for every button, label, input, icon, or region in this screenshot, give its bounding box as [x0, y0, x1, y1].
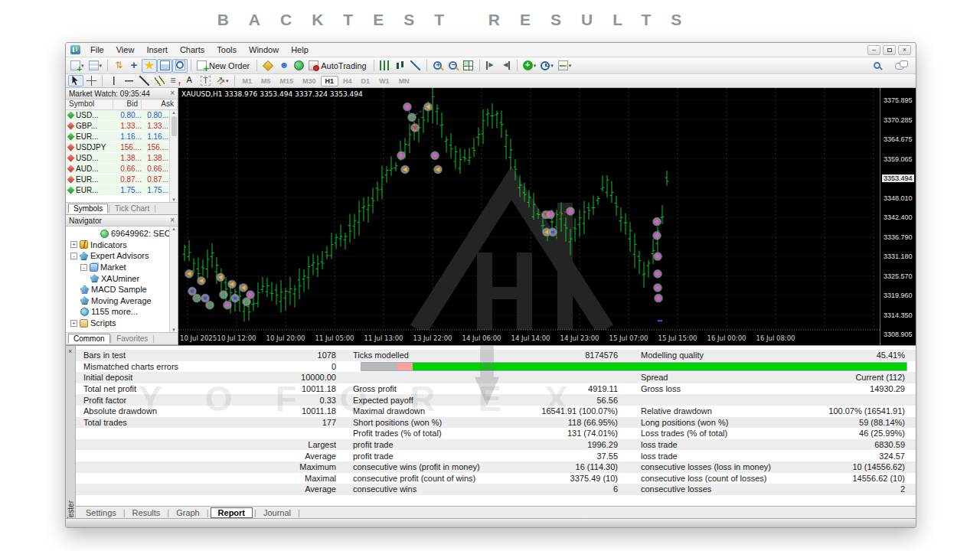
terminal-toggle[interactable] [157, 59, 172, 73]
market-watch-tab-symbols[interactable]: Symbols [68, 204, 108, 214]
auto-scroll-button[interactable] [483, 59, 498, 73]
menu-item-help[interactable]: Help [285, 45, 315, 54]
autotrading-button[interactable]: AutoTrading [306, 59, 371, 73]
navigator-item[interactable]: MACD Sample [66, 284, 178, 295]
tester-tab-journal[interactable]: Journal [258, 508, 296, 517]
chat-button[interactable] [892, 59, 907, 73]
navigator-item[interactable]: -Market [66, 262, 178, 273]
navigator-toggle[interactable] [142, 59, 157, 73]
market-watch-close-icon[interactable]: × [170, 90, 175, 97]
tester-tab-settings[interactable]: Settings [80, 508, 122, 517]
trade-marker [424, 103, 433, 111]
channel-tool[interactable] [152, 75, 167, 86]
profiles-button[interactable]: ▾ [87, 59, 105, 73]
chart-area[interactable]: 10 Jul 202510 Jul 12:0010 Jul 20:0011 Ju… [178, 88, 916, 345]
dropdown-caret-icon: ▾ [534, 63, 537, 69]
search-button[interactable] [869, 59, 884, 73]
menu-item-window[interactable]: Window [243, 45, 285, 54]
zoom-out-button[interactable] [446, 59, 461, 73]
navigator-item[interactable]: XAUminer [66, 272, 178, 284]
timeframe-h4[interactable]: H4 [338, 76, 357, 86]
navigator-item[interactable]: +Indicators [66, 240, 178, 251]
scroll-thumb[interactable] [172, 116, 177, 136]
scroll-up-icon[interactable]: ▲ [172, 227, 176, 231]
crosshair-tool[interactable] [83, 75, 99, 86]
vline-tool[interactable] [106, 75, 121, 86]
tester-tab-graph[interactable]: Graph [171, 508, 205, 517]
tester-tab-results[interactable]: Results [127, 508, 166, 517]
indicators-button[interactable]: ▾ [521, 59, 539, 73]
menu-item-view[interactable]: View [110, 45, 141, 54]
community-button[interactable] [276, 59, 291, 73]
navigator-item[interactable]: 1155 more... [66, 306, 178, 318]
navigator-close-icon[interactable]: × [170, 217, 175, 224]
periods-button[interactable]: ▾ [538, 59, 556, 73]
market-watch-row[interactable]: AUD...0.66...0.66... [66, 164, 178, 174]
expand-toggle-icon[interactable]: + [70, 320, 77, 327]
scroll-up-icon[interactable]: ▲ [172, 110, 176, 115]
data-window-button[interactable] [126, 59, 142, 73]
menu-item-insert[interactable]: Insert [140, 45, 174, 54]
market-watch-row[interactable]: EUR...1.75...1.75... [66, 185, 178, 196]
window-minimize-icon[interactable]: – [867, 45, 880, 55]
market-watch-row[interactable]: USDJPY156....156.... [66, 142, 178, 153]
fibonacci-tool[interactable] [167, 75, 182, 86]
timeframe-mn[interactable]: MN [394, 76, 414, 86]
market-watch-row[interactable]: USD...0.80...0.80... [66, 110, 178, 121]
timeframe-h1[interactable]: H1 [321, 76, 339, 86]
window-restore-icon[interactable] [883, 45, 896, 55]
market-watch-row[interactable]: GBP...1.33...1.33... [66, 121, 178, 132]
label-tool[interactable] [198, 75, 213, 86]
navigator-tab-common[interactable]: Common [68, 334, 110, 344]
candle-chart-button[interactable] [393, 59, 408, 73]
navigator-item[interactable]: Moving Average [66, 295, 178, 307]
line-chart-button[interactable] [408, 59, 423, 73]
navigator-scrollbar[interactable]: ▲ ▼ [169, 227, 178, 332]
price-tick: 3348.010 [884, 194, 913, 202]
market-watch-row[interactable]: EUR...1.16...1.16... [66, 132, 178, 142]
timeframe-m30[interactable]: M30 [298, 76, 321, 86]
menu-item-file[interactable]: File [84, 45, 110, 54]
market-watch-row[interactable]: EUR...0.87...0.87... [66, 174, 178, 185]
tester-tab-report[interactable]: Report [211, 507, 253, 518]
trendline-tool[interactable] [136, 75, 152, 86]
price-tick: 3342.400 [884, 214, 913, 221]
expand-toggle-icon[interactable]: - [70, 253, 77, 259]
trade-marker [654, 253, 662, 261]
timeframe-w1[interactable]: W1 [374, 76, 394, 86]
hline-tool[interactable] [121, 75, 136, 86]
expand-toggle-icon[interactable]: + [70, 241, 77, 248]
zoom-in-button[interactable] [430, 59, 446, 73]
menu-item-charts[interactable]: Charts [174, 45, 211, 54]
market-watch-scrollbar[interactable]: ▲ ▼ [169, 110, 178, 202]
templates-button[interactable]: ▾ [556, 59, 574, 73]
bar-chart-button[interactable] [377, 59, 393, 73]
strategy-tester-toggle[interactable] [172, 59, 188, 73]
navigator-titlebar: Navigator × [66, 215, 178, 227]
market-watch-toggle[interactable] [111, 59, 126, 73]
menu-item-tools[interactable]: Tools [211, 45, 243, 54]
expand-toggle-icon[interactable]: - [80, 264, 87, 271]
tile-windows-button[interactable] [461, 59, 476, 73]
timeframe-m5[interactable]: M5 [256, 76, 276, 86]
timeframe-d1[interactable]: D1 [357, 76, 375, 86]
timeframe-m1[interactable]: M1 [238, 76, 257, 86]
navigator-item[interactable]: +Scripts [66, 318, 178, 329]
new-order-button[interactable]: New Order [194, 59, 253, 73]
navigator-tab-favorites[interactable]: Favorites [112, 334, 152, 343]
shapes-tool[interactable]: ▾ [213, 75, 231, 86]
tester-close-icon[interactable]: × [68, 347, 72, 355]
cursor-tool[interactable] [68, 75, 83, 86]
text-tool[interactable] [182, 75, 198, 86]
navigator-item[interactable]: 69649962: SEC [66, 228, 178, 240]
window-close-icon[interactable]: × [898, 45, 911, 55]
connection-button[interactable] [291, 59, 306, 73]
metaeditor-button[interactable] [260, 59, 276, 73]
chart-shift-button[interactable] [498, 59, 514, 73]
new-chart-button[interactable]: ▾ [68, 59, 87, 73]
timeframe-m15[interactable]: M15 [276, 76, 299, 86]
market-watch-row[interactable]: USD...1.38...1.38... [66, 153, 178, 164]
price-chart[interactable]: 10 Jul 202510 Jul 12:0010 Jul 20:0011 Ju… [178, 88, 880, 345]
navigator-item[interactable]: -Expert Advisors [66, 250, 178, 262]
market-watch-tab-tick-chart[interactable]: Tick Chart [110, 204, 154, 213]
